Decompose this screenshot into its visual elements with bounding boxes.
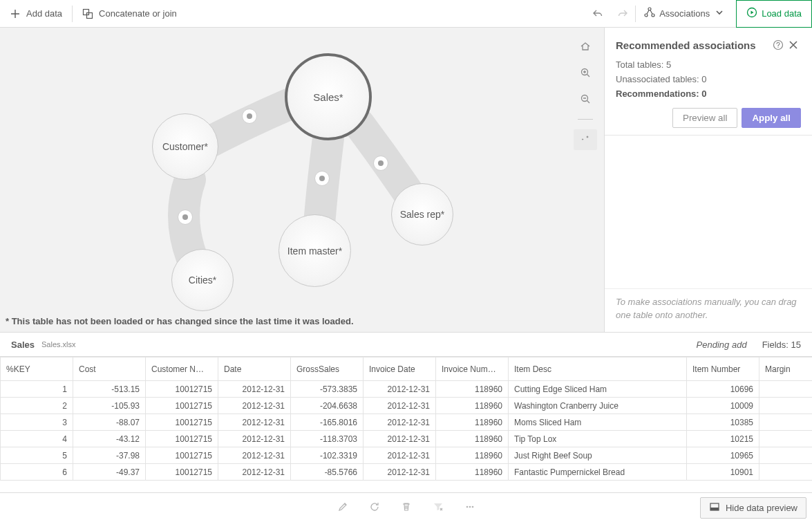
- add-data-button[interactable]: Add data: [0, 0, 72, 28]
- table-cell[interactable]: 10009: [687, 398, 759, 414]
- table-cell[interactable]: -573.3835: [291, 381, 363, 398]
- delete-icon[interactable]: [401, 501, 412, 512]
- table-cell[interactable]: -49.37: [73, 464, 146, 481]
- edit-icon[interactable]: [337, 501, 348, 512]
- table-cell[interactable]: Tip Top Lox: [509, 431, 687, 447]
- table-cell[interactable]: 118960: [436, 414, 509, 431]
- table-cell[interactable]: 10215: [687, 431, 759, 447]
- association-dot[interactable]: [178, 210, 193, 225]
- column-header[interactable]: GrossSales: [291, 358, 363, 381]
- help-icon[interactable]: [771, 37, 786, 53]
- apply-all-button[interactable]: Apply all: [742, 108, 801, 128]
- table-cell[interactable]: 10696: [687, 381, 759, 398]
- table-cell[interactable]: 2012-12-31: [218, 464, 291, 481]
- hide-preview-button[interactable]: Hide data preview: [700, 497, 806, 519]
- table-cell[interactable]: -102.3319: [291, 447, 363, 464]
- filter-clear-icon[interactable]: [433, 501, 444, 512]
- table-cell[interactable]: Moms Sliced Ham: [509, 414, 687, 431]
- table-cell[interactable]: 2012-12-31: [363, 431, 436, 447]
- column-header[interactable]: Cost: [73, 358, 146, 381]
- associations-dropdown[interactable]: Associations: [636, 0, 733, 28]
- column-header[interactable]: Customer N…: [146, 358, 218, 381]
- table-cell[interactable]: 10012715: [146, 381, 218, 398]
- table-cell[interactable]: [759, 414, 813, 431]
- column-header[interactable]: Date: [218, 358, 291, 381]
- table-cell[interactable]: 118960: [436, 381, 509, 398]
- concatenate-button[interactable]: Concatenate or join: [73, 0, 187, 28]
- table-cell[interactable]: 2012-12-31: [363, 398, 436, 414]
- table-cell[interactable]: 1: [1, 381, 73, 398]
- table-row[interactable]: 5-37.98100127152012-12-31-102.33192012-1…: [1, 447, 813, 464]
- table-cell[interactable]: 5: [1, 447, 73, 464]
- table-cell[interactable]: Cutting Edge Sliced Ham: [509, 381, 687, 398]
- associations-canvas[interactable]: Sales* Customer* Cities* Item master* Sa…: [0, 28, 605, 332]
- table-cell[interactable]: Washington Cranberry Juice: [509, 398, 687, 414]
- table-cell[interactable]: 10901: [687, 464, 759, 481]
- table-row[interactable]: 2-105.93100127152012-12-31-204.66382012-…: [1, 398, 813, 414]
- zoom-in-button[interactable]: [576, 64, 595, 82]
- close-icon[interactable]: [786, 37, 801, 53]
- table-cell[interactable]: 2012-12-31: [363, 381, 436, 398]
- table-cell[interactable]: -513.15: [73, 381, 146, 398]
- column-header[interactable]: %KEY: [1, 358, 73, 381]
- redo-button[interactable]: [610, 0, 635, 28]
- table-cell[interactable]: 2012-12-31: [218, 398, 291, 414]
- table-cell[interactable]: -105.93: [73, 398, 146, 414]
- table-row[interactable]: 6-49.37100127152012-12-31-85.57662012-12…: [1, 464, 813, 481]
- more-icon[interactable]: [464, 501, 475, 512]
- table-row[interactable]: 1-513.15100127152012-12-31-573.38352012-…: [1, 381, 813, 398]
- zoom-out-button[interactable]: [576, 90, 595, 108]
- load-data-button[interactable]: Load data: [736, 0, 812, 28]
- table-cell[interactable]: [759, 381, 813, 398]
- node-customer[interactable]: Customer*: [152, 113, 218, 180]
- table-row[interactable]: 4-43.12100127152012-12-31-118.37032012-1…: [1, 431, 813, 447]
- table-cell[interactable]: 2012-12-31: [218, 447, 291, 464]
- magic-recommend-button[interactable]: [574, 129, 597, 150]
- table-cell[interactable]: 6: [1, 464, 73, 481]
- column-header[interactable]: Invoice Date: [363, 358, 436, 381]
- table-cell[interactable]: 3: [1, 414, 73, 431]
- preview-grid[interactable]: %KEYCostCustomer N…DateGrossSalesInvoice…: [0, 356, 812, 492]
- table-cell[interactable]: 118960: [436, 447, 509, 464]
- preview-all-button[interactable]: Preview all: [672, 108, 737, 128]
- column-header[interactable]: Item Number: [687, 358, 759, 381]
- table-cell[interactable]: -43.12: [73, 431, 146, 447]
- table-cell[interactable]: -204.6638: [291, 398, 363, 414]
- table-cell[interactable]: [759, 447, 813, 464]
- table-cell[interactable]: 2012-12-31: [218, 381, 291, 398]
- table-cell[interactable]: 10965: [687, 447, 759, 464]
- table-cell[interactable]: -118.3703: [291, 431, 363, 447]
- table-cell[interactable]: Fantastic Pumpernickel Bread: [509, 464, 687, 481]
- undo-button[interactable]: [585, 0, 610, 28]
- table-cell[interactable]: -88.07: [73, 414, 146, 431]
- association-dot[interactable]: [373, 156, 388, 171]
- table-cell[interactable]: 10012715: [146, 464, 218, 481]
- table-cell[interactable]: 10012715: [146, 431, 218, 447]
- column-header[interactable]: Item Desc: [509, 358, 687, 381]
- table-cell[interactable]: -85.5766: [291, 464, 363, 481]
- table-cell[interactable]: 10385: [687, 414, 759, 431]
- table-cell[interactable]: 118960: [436, 431, 509, 447]
- table-cell[interactable]: 10012715: [146, 447, 218, 464]
- node-sales[interactable]: Sales*: [285, 53, 372, 140]
- table-cell[interactable]: -165.8016: [291, 414, 363, 431]
- association-dot[interactable]: [314, 171, 330, 186]
- table-cell[interactable]: [759, 464, 813, 481]
- table-cell[interactable]: 2012-12-31: [218, 431, 291, 447]
- home-view-button[interactable]: [576, 37, 595, 55]
- table-cell[interactable]: 2012-12-31: [363, 414, 436, 431]
- table-cell[interactable]: 2012-12-31: [363, 447, 436, 464]
- column-header[interactable]: Margin: [759, 358, 813, 381]
- table-cell[interactable]: 4: [1, 431, 73, 447]
- column-header[interactable]: Invoice Num…: [436, 358, 509, 381]
- association-dot[interactable]: [242, 109, 257, 124]
- table-cell[interactable]: 2012-12-31: [363, 464, 436, 481]
- table-cell[interactable]: 118960: [436, 398, 509, 414]
- refresh-icon[interactable]: [369, 501, 380, 512]
- table-cell[interactable]: 2: [1, 398, 73, 414]
- table-cell[interactable]: 2012-12-31: [218, 414, 291, 431]
- table-cell[interactable]: -37.98: [73, 447, 146, 464]
- node-sales-rep[interactable]: Sales rep*: [391, 183, 453, 245]
- table-cell[interactable]: 10012715: [146, 414, 218, 431]
- table-cell[interactable]: Just Right Beef Soup: [509, 447, 687, 464]
